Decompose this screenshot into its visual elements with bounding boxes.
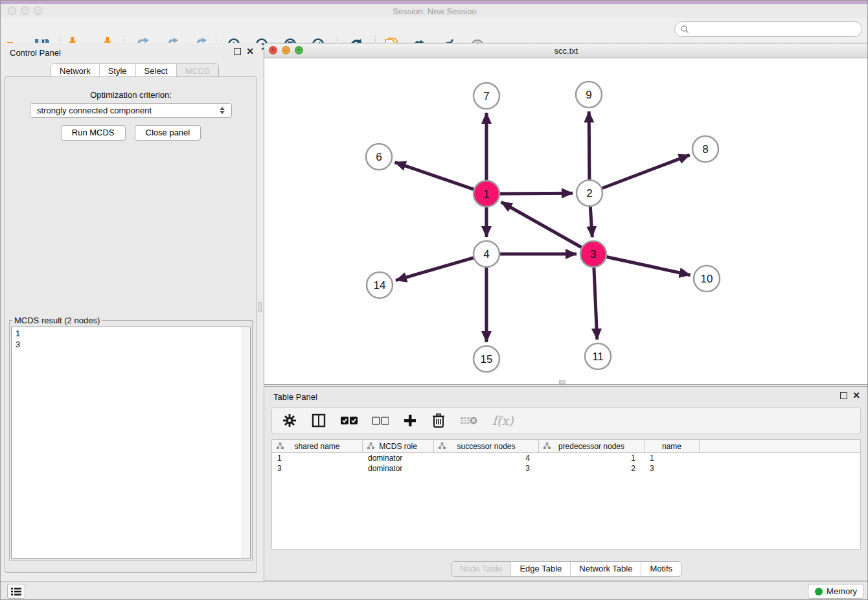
table-body: 1dominator4113dominator323 xyxy=(272,453,860,474)
select-all-icon[interactable] xyxy=(341,416,358,425)
node-11[interactable]: 11 xyxy=(585,343,611,369)
svg-text:8: 8 xyxy=(702,143,708,156)
svg-text:2: 2 xyxy=(586,187,592,200)
function-builder-icon: f(x) xyxy=(492,413,514,428)
table-panel: Table Panel ✕ xyxy=(264,386,868,581)
svg-text:11: 11 xyxy=(592,351,604,363)
mcds-result-area[interactable]: 13 xyxy=(11,327,251,559)
svg-text:10: 10 xyxy=(701,273,713,285)
edge-1-6[interactable] xyxy=(395,162,474,189)
edge-2-8[interactable] xyxy=(602,155,690,188)
column-type-icon xyxy=(543,443,551,450)
close-panel-icon[interactable]: ✕ xyxy=(246,48,254,55)
canvas-grip[interactable] xyxy=(559,380,565,384)
mcds-result-title: MCDS result (2 nodes) xyxy=(12,316,102,325)
network-window-titlebar[interactable]: ✕ − + scc.txt xyxy=(264,43,868,58)
table-panel-title: Table Panel xyxy=(273,392,317,402)
node-3[interactable]: 3 xyxy=(580,241,606,267)
table-row[interactable]: 3dominator323 xyxy=(272,463,860,474)
table-cell[interactable]: 1 xyxy=(645,454,700,463)
table-cell[interactable]: 3 xyxy=(645,464,700,473)
table-tabgroup: Node TableEdge TableNetwork TableMotifs xyxy=(451,561,681,577)
svg-text:15: 15 xyxy=(481,353,493,365)
node-15[interactable]: 15 xyxy=(474,346,499,372)
status-bar: Memory xyxy=(1,581,868,600)
node-1[interactable]: 1 xyxy=(474,181,499,207)
column-header-successor-nodes[interactable]: successor nodes xyxy=(434,440,539,452)
edge-3-10[interactable] xyxy=(607,257,691,275)
control-panel-title: Control Panel xyxy=(10,48,61,58)
svg-text:7: 7 xyxy=(483,90,489,102)
table-cell[interactable]: dominator xyxy=(363,454,434,463)
search-icon xyxy=(680,25,689,34)
settings-gear-icon[interactable] xyxy=(282,413,297,428)
table-header: shared nameMCDS rolesuccessor nodesprede… xyxy=(272,440,860,453)
network-graph[interactable]: 7968124314101511 xyxy=(264,58,868,384)
tab-motifs[interactable]: Motifs xyxy=(641,562,681,576)
column-header-predecessor-nodes[interactable]: predecessor nodes xyxy=(539,440,645,452)
column-type-icon xyxy=(367,443,374,450)
criterion-value: strongly connected component xyxy=(37,106,220,115)
memory-button[interactable]: Memory xyxy=(808,584,864,599)
edge-2-9[interactable] xyxy=(589,111,589,179)
node-9[interactable]: 9 xyxy=(576,82,602,108)
table-row[interactable]: 1dominator411 xyxy=(272,453,860,463)
table-cell[interactable]: 2 xyxy=(539,464,645,473)
node-14[interactable]: 14 xyxy=(367,272,393,298)
mcds-result-text: 13 xyxy=(12,327,250,351)
table-cell[interactable]: 3 xyxy=(272,464,363,473)
window-title: Session: New Session xyxy=(1,6,868,16)
task-list-button[interactable] xyxy=(7,584,25,599)
criterion-dropdown[interactable]: strongly connected component xyxy=(30,103,232,118)
table-cell[interactable]: dominator xyxy=(363,464,434,473)
node-8[interactable]: 8 xyxy=(692,136,718,162)
search-field[interactable] xyxy=(674,21,862,37)
svg-text:4: 4 xyxy=(483,248,489,260)
split-panel-icon[interactable] xyxy=(311,413,326,428)
optimization-criterion-label: Optimization criterion: xyxy=(5,90,257,100)
float-panel-icon[interactable] xyxy=(234,48,241,55)
column-header-MCDS-role[interactable]: MCDS role xyxy=(363,440,434,452)
close-table-panel-icon[interactable]: ✕ xyxy=(852,392,860,399)
result-scrollbar[interactable] xyxy=(242,327,250,558)
splitter-grip[interactable] xyxy=(258,302,262,312)
network-window: ✕ − + scc.txt 7968124314101511 xyxy=(264,43,868,385)
table-cell[interactable]: 1 xyxy=(539,454,645,463)
column-header-shared-name[interactable]: shared name xyxy=(272,440,363,452)
deselect-all-icon[interactable] xyxy=(372,416,389,425)
edge-3-1[interactable] xyxy=(501,202,582,248)
table-cell[interactable]: 4 xyxy=(434,454,539,463)
mcds-tab-content: Optimization criterion: strongly connect… xyxy=(5,76,257,573)
edge-3-11[interactable] xyxy=(594,268,597,340)
control-panel-buttons: ✕ xyxy=(234,48,254,55)
node-10[interactable]: 10 xyxy=(694,266,720,292)
delete-column-icon[interactable] xyxy=(431,413,446,428)
edge-2-3[interactable] xyxy=(590,207,592,237)
table-toolbar: f(x) xyxy=(271,407,861,434)
edge-4-14[interactable] xyxy=(396,258,474,281)
tab-edge-table[interactable]: Edge Table xyxy=(510,562,570,576)
delete-table-icon xyxy=(460,415,478,426)
run-mcds-button[interactable]: Run MCDS xyxy=(61,125,126,141)
control-panel: Control Panel ✕ NetworkStyleSelectMCDS O… xyxy=(1,43,262,581)
edge-1-2[interactable] xyxy=(500,193,573,194)
network-canvas[interactable]: 7968124314101511 xyxy=(264,58,868,384)
tab-network-table[interactable]: Network Table xyxy=(570,562,641,576)
application-window: Session: New Session xyxy=(0,0,868,600)
add-column-icon[interactable] xyxy=(403,413,417,428)
column-header-name[interactable]: name xyxy=(645,440,700,452)
node-4[interactable]: 4 xyxy=(474,241,499,267)
tab-node-table[interactable]: Node Table xyxy=(451,562,511,576)
table-cell[interactable]: 1 xyxy=(272,454,363,463)
main-toolbar xyxy=(1,17,868,43)
node-2[interactable]: 2 xyxy=(577,180,602,206)
node-6[interactable]: 6 xyxy=(366,144,392,170)
node-7[interactable]: 7 xyxy=(474,83,499,109)
network-window-title: scc.txt xyxy=(264,46,868,56)
column-type-icon xyxy=(439,443,446,450)
close-panel-button[interactable]: Close panel xyxy=(135,125,201,141)
svg-text:6: 6 xyxy=(376,151,382,163)
node-table[interactable]: shared nameMCDS rolesuccessor nodesprede… xyxy=(271,439,861,549)
float-table-panel-icon[interactable] xyxy=(840,392,847,399)
table-cell[interactable]: 3 xyxy=(434,464,539,473)
